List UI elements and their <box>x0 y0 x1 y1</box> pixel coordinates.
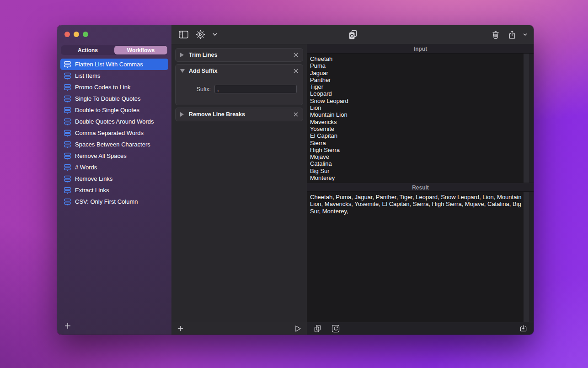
delete-workflow-button[interactable] <box>489 28 502 41</box>
close-icon <box>294 69 298 73</box>
disclosure-collapsed-icon[interactable] <box>180 112 185 117</box>
panel-edge-spacer <box>529 192 534 322</box>
step-options: Sufix: <box>176 77 303 105</box>
content-area: Trim Lines Add Suffix <box>171 44 534 335</box>
zoom-window-button[interactable] <box>83 32 88 37</box>
sidebar-toggle-button[interactable] <box>176 28 191 41</box>
share-options-chevron-button[interactable] <box>522 28 528 41</box>
steps-footer <box>171 322 307 335</box>
save-result-button[interactable] <box>519 324 528 333</box>
workflow-label: Single To Double Quotes <box>75 95 141 102</box>
download-icon <box>519 325 527 332</box>
reuse-result-icon <box>331 325 340 333</box>
chevron-down-icon <box>213 33 217 36</box>
workflow-list-item[interactable]: List Items <box>60 70 168 81</box>
step-title: Remove Line Breaks <box>189 111 245 118</box>
paste-input-button[interactable] <box>313 324 322 334</box>
input-scrollbar-track <box>524 54 529 183</box>
traffic-lights <box>64 32 88 37</box>
toolbar <box>171 25 534 44</box>
workflow-label: Remove All Spaces <box>75 152 127 159</box>
workflow-list-item[interactable]: Double to Single Quotes <box>60 104 168 116</box>
io-footer <box>307 322 534 335</box>
duplicate-to-device-icon <box>348 30 357 40</box>
suffix-field-label: Sufix: <box>176 86 211 92</box>
workflow-label: Extract Links <box>75 187 109 194</box>
result-scrollbar-track <box>524 192 529 322</box>
run-workflow-button[interactable] <box>294 324 302 333</box>
workflow-list: Flatten List With Commas List Items <box>60 59 168 207</box>
sidebar: Actions Workflows Flatten List With Comm… <box>57 25 171 335</box>
use-result-as-input-button[interactable] <box>331 324 341 334</box>
text-workflow-window: Actions Workflows Flatten List With Comm… <box>57 25 534 335</box>
workflow-list-item[interactable]: Remove Links <box>60 173 168 184</box>
disclosure-expanded-icon[interactable] <box>180 69 185 73</box>
workflow-icon <box>64 163 71 171</box>
chevron-down-icon <box>523 33 527 36</box>
sidebar-mode-tabs: Actions Workflows <box>61 45 168 55</box>
play-icon <box>295 325 301 332</box>
plus-icon <box>177 325 184 332</box>
add-workflow-button[interactable] <box>63 321 73 331</box>
step-card-remove-line-breaks[interactable]: Remove Line Breaks <box>175 108 303 121</box>
main-area: Trim Lines Add Suffix <box>171 25 534 335</box>
input-textarea[interactable]: Cheetah Puma Jaguar Panther Tiger Leopar… <box>307 54 524 183</box>
panel-edge-spacer <box>529 54 534 183</box>
workflow-list-item[interactable]: # Words <box>60 162 168 173</box>
remove-step-button[interactable] <box>292 49 300 61</box>
workflow-icon <box>64 152 71 160</box>
close-icon <box>294 112 298 117</box>
workflow-icon <box>64 83 71 91</box>
sidebar-tab[interactable]: Actions <box>61 46 114 54</box>
workflow-list-item[interactable]: Single To Double Quotes <box>60 93 168 104</box>
workflow-icon <box>64 95 71 103</box>
disclosure-collapsed-icon[interactable] <box>180 53 185 57</box>
workflow-list-item[interactable]: Remove All Spaces <box>60 150 168 162</box>
workflow-label: # Words <box>75 164 97 171</box>
add-step-button[interactable] <box>176 324 185 333</box>
workflow-icon <box>64 60 71 68</box>
workflow-list-item[interactable]: Promo Codes to Link <box>60 81 168 93</box>
workflow-steps-panel: Trim Lines Add Suffix <box>171 44 307 335</box>
suffix-input[interactable] <box>214 85 297 93</box>
run-settings-button[interactable] <box>193 28 208 41</box>
workflow-label: Flatten List With Commas <box>75 61 143 68</box>
workflow-label: Promo Codes to Link <box>75 84 130 91</box>
run-options-chevron-button[interactable] <box>210 28 220 41</box>
workflow-icon <box>64 186 71 194</box>
workflow-icon <box>64 141 71 148</box>
workflow-list-item[interactable]: Flatten List With Commas <box>60 59 168 70</box>
share-button[interactable] <box>506 28 519 41</box>
step-card-trim-lines[interactable]: Trim Lines <box>175 48 303 62</box>
io-panel: Input Cheetah Puma Jaguar Panther Tiger … <box>307 44 534 335</box>
input-header: Input <box>307 44 534 54</box>
result-header: Result <box>307 183 534 192</box>
workflow-label: Remove Links <box>75 175 112 182</box>
step-title: Trim Lines <box>189 52 218 58</box>
sidebar-tab[interactable]: Workflows <box>114 46 167 54</box>
workflow-list-item[interactable]: Comma Separated Words <box>60 127 168 139</box>
workflow-label: Comma Separated Words <box>75 130 144 136</box>
workflow-list-item[interactable]: Extract Links <box>60 184 168 196</box>
workflow-icon <box>64 198 71 206</box>
close-icon <box>294 53 298 57</box>
send-to-device-button[interactable] <box>346 28 360 41</box>
step-title: Add Suffix <box>189 68 218 74</box>
workflow-label: List Items <box>75 72 101 79</box>
run-settings-gear-icon <box>196 30 205 39</box>
minimize-window-button[interactable] <box>74 32 79 37</box>
workflow-icon <box>64 175 71 183</box>
remove-step-button[interactable] <box>292 65 300 77</box>
workflow-icon <box>64 72 71 80</box>
workflow-label: Spaces Between Characters <box>75 141 150 148</box>
remove-step-button[interactable] <box>292 108 300 121</box>
workflow-list-item[interactable]: Spaces Between Characters <box>60 139 168 150</box>
workflow-icon <box>64 118 71 125</box>
close-window-button[interactable] <box>64 32 70 37</box>
step-card-add-suffix[interactable]: Add Suffix Sufix: <box>175 64 303 105</box>
workflow-icon <box>64 106 71 114</box>
workflow-list-item[interactable]: CSV: Only First Column <box>60 196 168 207</box>
result-textarea[interactable]: Cheetah, Puma, Jaguar, Panther, Tiger, L… <box>307 192 524 322</box>
workflow-list-item[interactable]: Double Quotes Around Words <box>60 116 168 127</box>
trash-icon <box>492 31 499 39</box>
